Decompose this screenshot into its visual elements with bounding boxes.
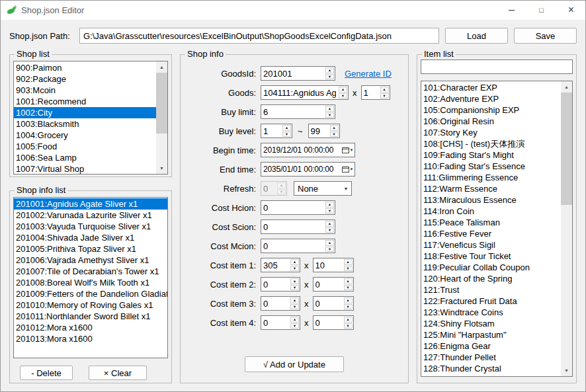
spinner-up-icon[interactable]: ▲: [380, 87, 389, 93]
scroll-up-icon[interactable]: ▲: [156, 61, 167, 73]
cost-item-2-id-input[interactable]: [261, 278, 290, 291]
cost-item-1-id-spinner[interactable]: ▲▼: [261, 258, 300, 272]
spinner-down-icon[interactable]: ▼: [325, 208, 334, 214]
spinner-down-icon[interactable]: ▼: [290, 266, 299, 272]
list-item[interactable]: 114:Iron Coin: [421, 206, 561, 217]
list-item[interactable]: 201004:Shivada Jade Sliver x1: [14, 232, 167, 243]
shop-listbox[interactable]: 900:Paimon902:Package903:Mcoin1001:Recom…: [13, 61, 168, 175]
spinner-down-icon[interactable]: ▼: [380, 93, 389, 99]
end-time-input[interactable]: [261, 165, 341, 174]
scrollbar-thumb[interactable]: [156, 73, 167, 134]
close-button[interactable]: ×: [556, 0, 586, 20]
scroll-up-icon[interactable]: ▲: [561, 81, 572, 93]
list-item[interactable]: 1004:Grocery: [14, 130, 156, 141]
list-item[interactable]: 201007:Tile of Decarabian's Tower x1: [14, 266, 167, 277]
list-item[interactable]: 109:Fading Star's Might: [421, 149, 561, 161]
path-input[interactable]: [79, 28, 439, 44]
list-item[interactable]: 201003:Vayuda Turquoise Sliver x1: [14, 221, 167, 232]
spinner-down-icon[interactable]: ▼: [290, 323, 299, 329]
item-search-input[interactable]: [421, 59, 573, 74]
list-item[interactable]: 111:Glimmering Essence: [421, 172, 561, 183]
spinner-up-icon[interactable]: ▲: [290, 297, 299, 303]
list-item[interactable]: 118:Festive Tour Ticket: [421, 251, 561, 262]
cost-hcion-spinner[interactable]: ▲▼: [261, 200, 335, 215]
goodsid-input[interactable]: [261, 67, 325, 80]
spinner-up-icon[interactable]: ▲: [325, 67, 334, 73]
cost-item-2-count-spinner[interactable]: ▲▼: [313, 277, 354, 292]
list-item[interactable]: 120:Heart of the Spring: [421, 273, 561, 284]
spinner-down-icon[interactable]: ▼: [325, 112, 334, 118]
item-listbox[interactable]: 101:Character EXP102:Adventure EXP105:Co…: [421, 81, 573, 377]
item-list-scrollbar[interactable]: ▲ ▼: [561, 81, 572, 376]
cost-scion-input[interactable]: [261, 220, 325, 233]
list-item[interactable]: 107:Story Key: [421, 127, 561, 138]
spinner-up-icon[interactable]: ▲: [339, 87, 347, 93]
list-item[interactable]: 117:Veneficus Sigil: [421, 239, 561, 251]
spinner-up-icon[interactable]: ▲: [344, 317, 353, 323]
begin-time-picker[interactable]: ▼: [261, 143, 355, 157]
spinner-up-icon[interactable]: ▲: [325, 202, 334, 208]
list-item[interactable]: 113:Miraculous Essence: [421, 194, 561, 206]
cost-item-2-count-input[interactable]: [314, 278, 343, 291]
cost-item-3-count-spinner[interactable]: ▲▼: [313, 296, 354, 311]
list-item[interactable]: 201009:Fetters of the Dandelion Gladiato…: [14, 288, 167, 299]
cost-item-3-count-input[interactable]: [314, 297, 343, 310]
spinner-up-icon[interactable]: ▲: [290, 259, 299, 265]
buy-level-max-input[interactable]: [309, 124, 329, 137]
shop-info-listbox[interactable]: 201001:Agnidus Agate Sliver x1201002:Var…: [13, 197, 168, 358]
end-time-picker[interactable]: ▼: [261, 162, 355, 176]
scrollbar-track[interactable]: [156, 73, 167, 163]
spinner-up-icon[interactable]: ▲: [330, 125, 339, 131]
scrollbar-thumb[interactable]: [561, 93, 572, 205]
spinner-down-icon[interactable]: ▼: [339, 93, 347, 99]
cost-item-4-id-spinner[interactable]: ▲▼: [261, 315, 300, 330]
cost-item-3-id-input[interactable]: [261, 297, 290, 310]
list-item[interactable]: 1003:Blacksmith: [14, 118, 156, 130]
list-item[interactable]: 201005:Prithiva Topaz Sliver x1: [14, 243, 167, 255]
cost-mcion-spinner[interactable]: ▲▼: [261, 239, 335, 253]
add-or-update-button[interactable]: √ Add or Update: [245, 356, 344, 372]
maximize-button[interactable]: □: [526, 0, 556, 20]
list-item[interactable]: 128:Thunder Crystal: [421, 363, 561, 374]
spinner-down-icon[interactable]: ▼: [325, 74, 334, 80]
cost-scion-spinner[interactable]: ▲▼: [261, 219, 335, 234]
list-item[interactable]: 201012:Mora x1600: [14, 322, 167, 333]
goods-input[interactable]: [261, 86, 338, 99]
buy-level-max-spinner[interactable]: ▲▼: [308, 124, 340, 138]
list-item[interactable]: 121:Trust: [421, 284, 561, 295]
list-item[interactable]: 1007:Virtual Shop: [14, 163, 156, 174]
list-item[interactable]: 125:Mini "Harpastum": [421, 329, 561, 340]
list-item[interactable]: 1005:Food: [14, 141, 156, 152]
spinner-up-icon[interactable]: ▲: [344, 297, 353, 303]
spinner-down-icon[interactable]: ▼: [290, 304, 299, 310]
list-item[interactable]: 102:Adventure EXP: [421, 93, 561, 104]
cost-item-1-count-input[interactable]: [314, 258, 343, 272]
goods-spinner[interactable]: ▲▼: [261, 85, 349, 100]
list-item[interactable]: 115:Peace Talisman: [421, 217, 561, 228]
spinner-down-icon[interactable]: ▼: [330, 132, 339, 137]
list-item[interactable]: 903:Mcoin: [14, 85, 156, 96]
list-item[interactable]: 116:Festive Fever: [421, 228, 561, 239]
load-button[interactable]: Load: [445, 28, 508, 44]
scroll-down-icon[interactable]: ▼: [156, 163, 167, 174]
clear-button[interactable]: × Clear: [89, 366, 147, 380]
cost-item-4-count-input[interactable]: [314, 316, 343, 329]
scrollbar-track[interactable]: [561, 93, 572, 365]
spinner-down-icon[interactable]: ▼: [344, 266, 353, 272]
list-item[interactable]: 201011:Northlander Sword Billet x1: [14, 311, 167, 322]
goods-count-spinner[interactable]: ▲▼: [361, 85, 390, 100]
cost-item-1-id-input[interactable]: [261, 258, 290, 272]
cost-item-1-count-spinner[interactable]: ▲▼: [313, 258, 354, 272]
cost-item-4-count-spinner[interactable]: ▲▼: [313, 315, 354, 330]
cost-item-4-id-input[interactable]: [261, 316, 290, 329]
spinner-up-icon[interactable]: ▲: [282, 125, 291, 131]
spinner-up-icon[interactable]: ▲: [344, 259, 353, 265]
delete-button[interactable]: - Delete: [20, 366, 73, 380]
scroll-down-icon[interactable]: ▼: [561, 365, 572, 376]
list-item[interactable]: 106:Original Resin: [421, 116, 561, 127]
buy-limit-spinner[interactable]: ▲▼: [261, 104, 335, 119]
buy-level-min-spinner[interactable]: ▲▼: [261, 124, 292, 138]
item-list-items[interactable]: 101:Character EXP102:Adventure EXP105:Co…: [421, 81, 561, 376]
list-item[interactable]: 123:Windtrace Coins: [421, 307, 561, 318]
spinner-up-icon[interactable]: ▲: [325, 106, 334, 112]
